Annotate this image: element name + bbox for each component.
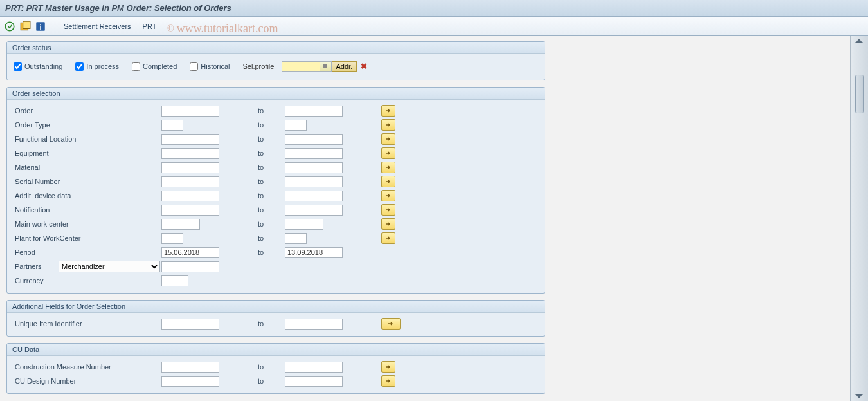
historical-checkbox-input[interactable] bbox=[190, 62, 198, 71]
material-from-input[interactable] bbox=[161, 162, 219, 173]
notification-multi-select-button[interactable] bbox=[381, 204, 395, 216]
uii-from-input[interactable] bbox=[161, 319, 219, 330]
plant_wc-to-input[interactable] bbox=[285, 233, 307, 244]
material-to-input[interactable] bbox=[285, 162, 343, 173]
order-selection-group: Order selection OrdertoOrder TypetoFunct… bbox=[6, 87, 545, 294]
sel-profile-f4-icon[interactable] bbox=[320, 61, 332, 72]
order_type-to-label: to bbox=[258, 121, 285, 129]
period-to-input[interactable] bbox=[285, 247, 343, 258]
completed-checkbox[interactable]: Completed bbox=[132, 62, 177, 71]
equipment-to-input[interactable] bbox=[285, 148, 343, 159]
selection-row-func-loc: Functional Locationto bbox=[14, 132, 538, 146]
main_wc-from-input[interactable] bbox=[161, 219, 200, 230]
currency-label: Currency bbox=[14, 277, 161, 284]
order-multi-select-button[interactable] bbox=[381, 105, 395, 117]
outstanding-checkbox-input[interactable] bbox=[14, 62, 22, 71]
cu-design-from-input[interactable] bbox=[161, 376, 219, 387]
serial-from-input[interactable] bbox=[161, 176, 219, 187]
settlement-receivers-button[interactable]: Settlement Receivers bbox=[60, 21, 135, 32]
selection-row-material: Materialto bbox=[14, 160, 538, 174]
in-process-checkbox-input[interactable] bbox=[75, 62, 84, 71]
toolbar: i Settlement Receivers PRT bbox=[0, 17, 868, 36]
page-title: PRT: PRT Master Usage in PM Order: Selec… bbox=[5, 3, 231, 13]
uii-multi-select-button[interactable] bbox=[381, 318, 401, 330]
prt-button[interactable]: PRT bbox=[139, 21, 161, 32]
partners-select[interactable]: Merchandizer_ bbox=[59, 261, 160, 272]
partners-input[interactable] bbox=[161, 261, 219, 272]
additional-fields-legend: Additional Fields for Order Selection bbox=[7, 301, 545, 313]
serial-multi-select-button[interactable] bbox=[381, 176, 395, 187]
execute-icon[interactable] bbox=[4, 21, 15, 32]
order-to-input[interactable] bbox=[285, 106, 343, 117]
vertical-scrollbar[interactable] bbox=[850, 36, 868, 401]
selection-row-notification: Notificationto bbox=[14, 203, 538, 217]
sel-profile-input[interactable] bbox=[282, 61, 320, 72]
order-from-input[interactable] bbox=[161, 106, 219, 117]
func_loc-from-input[interactable] bbox=[161, 134, 219, 145]
uii-to-input[interactable] bbox=[285, 319, 343, 330]
order_type-to-input[interactable] bbox=[285, 120, 307, 131]
plant_wc-from-input[interactable] bbox=[161, 233, 183, 244]
historical-checkbox[interactable]: Historical bbox=[190, 62, 230, 71]
svg-rect-8 bbox=[325, 66, 327, 68]
cu-design-multi-select-button[interactable] bbox=[381, 375, 395, 387]
svg-rect-6 bbox=[325, 64, 327, 66]
main_wc-to-label: to bbox=[258, 220, 285, 228]
cm-num-to-input[interactable] bbox=[285, 362, 343, 373]
completed-checkbox-input[interactable] bbox=[132, 62, 140, 71]
svg-rect-2 bbox=[23, 21, 30, 28]
notification-to-input[interactable] bbox=[285, 205, 343, 216]
equipment-label: Equipment bbox=[14, 149, 161, 157]
addit_dev-to-input[interactable] bbox=[285, 191, 343, 201]
info-icon[interactable]: i bbox=[35, 21, 46, 32]
currency-input[interactable] bbox=[161, 275, 188, 286]
addit_dev-from-input[interactable] bbox=[161, 191, 219, 201]
cm-num-label: Construction Measure Number bbox=[14, 363, 161, 371]
order_type-multi-select-button[interactable] bbox=[381, 119, 395, 131]
notification-to-label: to bbox=[258, 206, 285, 214]
order-selection-legend: Order selection bbox=[7, 88, 545, 100]
selection-row-order: Orderto bbox=[14, 104, 538, 118]
variant-icon[interactable] bbox=[19, 21, 31, 32]
plant_wc-to-label: to bbox=[258, 234, 285, 242]
plant_wc-multi-select-button[interactable] bbox=[381, 232, 395, 244]
notification-from-input[interactable] bbox=[161, 205, 219, 216]
main_wc-to-input[interactable] bbox=[285, 219, 323, 230]
addr-button[interactable]: Addr. bbox=[332, 61, 357, 72]
addit_dev-multi-select-button[interactable] bbox=[381, 190, 395, 201]
material-to-label: to bbox=[258, 163, 285, 171]
additional-fields-group: Additional Fields for Order Selection Un… bbox=[6, 300, 545, 337]
uii-to-label: to bbox=[258, 320, 285, 328]
main_wc-multi-select-button[interactable] bbox=[381, 218, 395, 230]
scroll-down-icon[interactable] bbox=[855, 394, 863, 398]
addit_dev-to-label: to bbox=[258, 192, 285, 200]
scroll-thumb[interactable] bbox=[855, 75, 864, 113]
order-label: Order bbox=[14, 107, 161, 115]
order-status-legend: Order status bbox=[7, 42, 545, 54]
func_loc-multi-select-button[interactable] bbox=[381, 133, 395, 145]
cu-design-to-input[interactable] bbox=[285, 376, 343, 387]
equipment-multi-select-button[interactable] bbox=[381, 147, 395, 159]
svg-point-0 bbox=[5, 22, 14, 31]
partners-label: Partners bbox=[14, 263, 59, 270]
selection-row-addit-dev: Addit. device datato bbox=[14, 189, 538, 203]
scroll-up-icon[interactable] bbox=[855, 39, 863, 43]
order_type-from-input[interactable] bbox=[161, 120, 183, 131]
order_type-label: Order Type bbox=[14, 121, 161, 129]
material-multi-select-button[interactable] bbox=[381, 162, 395, 173]
plant_wc-label: Plant for WorkCenter bbox=[14, 234, 161, 242]
outstanding-checkbox[interactable]: Outstanding bbox=[14, 62, 62, 71]
selection-row-partners: PartnersMerchandizer_ bbox=[14, 259, 538, 274]
in-process-checkbox[interactable]: In process bbox=[75, 62, 119, 71]
cm-num-multi-select-button[interactable] bbox=[381, 361, 395, 373]
period-from-input[interactable] bbox=[161, 247, 219, 258]
equipment-from-input[interactable] bbox=[161, 148, 219, 159]
cm-num-from-input[interactable] bbox=[161, 362, 219, 373]
func_loc-to-input[interactable] bbox=[285, 134, 343, 145]
cu-design-label: CU Design Number bbox=[14, 377, 161, 385]
uii-label: Unique Item Identifier bbox=[14, 320, 161, 328]
serial-to-label: to bbox=[258, 178, 285, 185]
delete-icon[interactable]: ✖ bbox=[361, 62, 367, 71]
svg-rect-7 bbox=[323, 66, 325, 68]
serial-to-input[interactable] bbox=[285, 176, 343, 187]
